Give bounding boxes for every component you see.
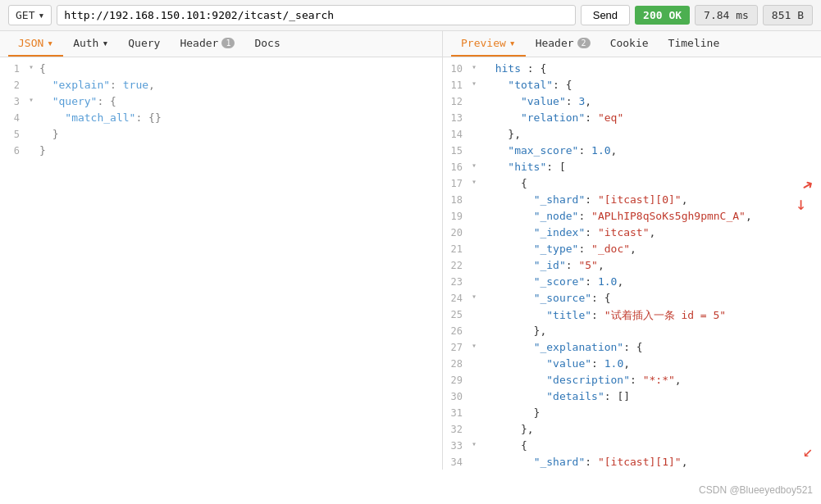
tab-response-header[interactable]: Header 2: [526, 31, 600, 57]
method-dropdown-icon: ▾: [38, 9, 44, 21]
right-panel: Preview ▾ Header 2 Cookie Timeline 10 ▾ …: [443, 31, 821, 470]
code-line: 29 "description": "*:*",: [443, 374, 821, 390]
tab-docs[interactable]: Docs: [244, 31, 290, 57]
tab-preview[interactable]: Preview ▾: [451, 31, 526, 57]
code-line: 2 "explain": true,: [0, 79, 442, 95]
code-line: 12 "value": 3,: [443, 95, 821, 111]
size-badge: 851 B: [763, 5, 813, 25]
tab-auth-label: Auth: [73, 37, 98, 49]
tab-query-label: Query: [128, 37, 160, 49]
method-label: GET: [16, 9, 34, 21]
code-line: 4 "match_all": {}: [0, 111, 442, 128]
code-line: 21 "_type": "_doc",: [443, 243, 821, 259]
code-line: 25 "title": "试着插入一条 id = 5": [443, 308, 821, 325]
code-line: 30 "details": []: [443, 390, 821, 406]
code-line: 13 "relation": "eq": [443, 111, 821, 128]
left-tab-bar: JSON ▾ Auth ▾ Query Header 1 Docs: [0, 31, 442, 57]
url-input[interactable]: [57, 5, 575, 25]
code-line: 5 }: [0, 128, 442, 144]
code-line-18: 18 "_shard": "[itcast][0]", ➜ ↓: [443, 193, 821, 210]
tab-preview-label: Preview: [461, 37, 506, 49]
code-line: 10 ▾ hits : {: [443, 62, 821, 79]
code-line: 6 }: [0, 144, 442, 161]
tab-query[interactable]: Query: [118, 31, 170, 57]
tab-docs-label: Docs: [254, 37, 280, 49]
tab-timeline[interactable]: Timeline: [659, 31, 730, 57]
tab-json[interactable]: JSON ▾: [8, 31, 63, 57]
time-badge: 7.84 ms: [695, 5, 758, 25]
tab-auth-dropdown-icon: ▾: [102, 37, 108, 49]
code-line: 15 "max_score": 1.0,: [443, 144, 821, 161]
method-select[interactable]: GET ▾: [8, 5, 52, 25]
tab-response-header-label: Header: [536, 37, 574, 49]
code-line: 23 "_score": 1.0,: [443, 275, 821, 292]
code-line: 17 ▾ {: [443, 177, 821, 193]
code-line: 11 ▾ "total": {: [443, 79, 821, 95]
code-line: 20 "_index": "itcast",: [443, 226, 821, 243]
left-panel: JSON ▾ Auth ▾ Query Header 1 Docs 1 ▾: [0, 31, 443, 470]
tab-header-label: Header: [180, 37, 218, 49]
top-bar: GET ▾ Send 200 OK 7.84 ms 851 B: [0, 0, 821, 31]
code-line: 19 "_node": "APLhIP8qSoKs5gh9pmnC_A",: [443, 210, 821, 226]
left-code-area: 1 ▾ { 2 "explain": true, 3 ▾ "query": { …: [0, 57, 442, 166]
code-line: 16 ▾ "hits": [: [443, 161, 821, 177]
code-line: 24 ▾ "_source": {: [443, 292, 821, 308]
code-line: 28 "value": 1.0,: [443, 357, 821, 374]
arrow2-down-icon: ↙: [803, 441, 813, 461]
code-line: 32 },: [443, 423, 821, 439]
tab-auth[interactable]: Auth ▾: [63, 31, 118, 57]
right-tab-bar: Preview ▾ Header 2 Cookie Timeline: [443, 31, 821, 57]
right-code-area: 10 ▾ hits : { 11 ▾ "total": { 12 "value"…: [443, 57, 821, 470]
tab-json-label: JSON: [18, 37, 43, 49]
arrow1-down-icon: ↓: [796, 193, 806, 214]
tab-timeline-label: Timeline: [668, 37, 720, 49]
code-line: 3 ▾ "query": {: [0, 95, 442, 111]
tab-preview-dropdown-icon: ▾: [509, 37, 516, 49]
main-layout: JSON ▾ Auth ▾ Query Header 1 Docs 1 ▾: [0, 31, 821, 470]
tab-json-dropdown-icon: ▾: [47, 37, 53, 49]
code-line: 26 },: [443, 325, 821, 341]
status-badge: 200 OK: [635, 6, 690, 25]
code-line: 1 ▾ {: [0, 62, 442, 79]
header-badge: 1: [221, 38, 235, 48]
tab-cookie[interactable]: Cookie: [600, 31, 659, 57]
response-header-badge: 2: [577, 38, 591, 48]
code-line-33: 33 ▾ { ↙: [443, 439, 821, 456]
send-button[interactable]: Send: [581, 5, 630, 25]
code-line: 22 "_id": "5",: [443, 259, 821, 275]
code-line: 14 },: [443, 128, 821, 144]
tab-cookie-label: Cookie: [610, 37, 649, 49]
code-line: 27 ▾ "_explanation": {: [443, 341, 821, 357]
code-line: 31 }: [443, 406, 821, 423]
code-line: 34 "_shard": "[itcast][1]",: [443, 456, 821, 470]
tab-header[interactable]: Header 1: [170, 31, 244, 57]
